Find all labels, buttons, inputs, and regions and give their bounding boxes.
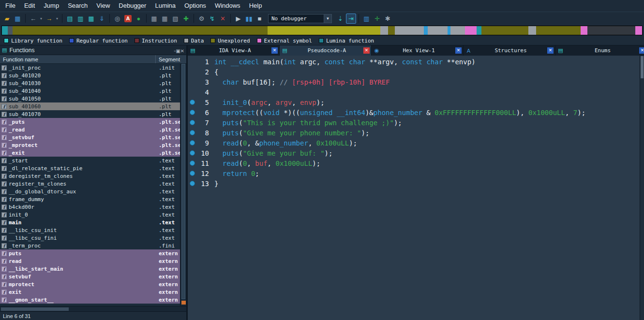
column-segment[interactable]: Segment xyxy=(156,55,186,63)
function-row[interactable]: fsub_401040.plt xyxy=(0,87,180,95)
open-names-window-icon[interactable]: ▥ xyxy=(75,14,86,24)
function-row[interactable]: fsetvbufextern xyxy=(0,273,180,280)
navband-segment[interactable] xyxy=(528,26,536,35)
code-line[interactable]: 12 return 0; xyxy=(188,168,640,178)
open-functions-window-icon[interactable]: ▤ xyxy=(65,14,75,24)
debugger-windows-icon[interactable]: ▥ xyxy=(361,14,372,24)
code-line[interactable]: 1int __cdecl main(int argc, const char *… xyxy=(188,57,640,67)
navband-segment[interactable] xyxy=(477,26,481,35)
function-row[interactable]: fframe_dummy.text xyxy=(0,195,180,203)
function-row[interactable]: f__libc_csu_fini.text xyxy=(0,234,180,242)
breakpoint-icon[interactable] xyxy=(190,140,195,145)
code-line[interactable]: 10 puts("Give me your buf: "); xyxy=(188,148,640,158)
debugger-options-icon[interactable]: ⚙ xyxy=(196,14,207,24)
tab-close-button[interactable]: ✕ xyxy=(639,47,644,54)
tab-close-button[interactable]: ✕ xyxy=(363,47,370,54)
tab-close-button[interactable]: ✕ xyxy=(271,47,278,54)
navband-segment[interactable] xyxy=(450,26,465,35)
breakpoint-icon[interactable] xyxy=(190,120,195,125)
scrollbar-thumb[interactable] xyxy=(181,64,185,299)
nav-forward-icon[interactable]: → xyxy=(44,14,54,24)
nav-back-dropdown-icon[interactable]: ▾ xyxy=(39,14,44,24)
function-row[interactable]: fmain.text xyxy=(0,218,180,226)
panel-close-button[interactable]: ✕ xyxy=(180,48,184,54)
functions-horizontal-scrollbar[interactable] xyxy=(0,306,186,311)
binary-search-icon[interactable]: ◎ xyxy=(112,14,122,24)
breakpoint-gutter[interactable] xyxy=(188,120,196,125)
breakpoint-icon[interactable] xyxy=(190,130,195,135)
code-line[interactable]: 6 mprotect((void *)((unsigned __int64)&p… xyxy=(188,107,640,117)
navband-segment[interactable] xyxy=(587,26,635,35)
tab-close-button[interactable]: ✕ xyxy=(547,47,554,54)
tab-close-button[interactable]: ✕ xyxy=(455,47,462,54)
breakpoint-gutter[interactable] xyxy=(188,181,196,186)
function-row[interactable]: fsub_401030.plt xyxy=(0,79,180,87)
function-row[interactable]: f_init_proc.init xyxy=(0,64,180,72)
breakpoint-gutter[interactable] xyxy=(188,130,196,135)
tab-hex-view-1[interactable]: ◉Hex View-1✕ xyxy=(372,45,464,56)
tab-structures[interactable]: AStructures✕ xyxy=(464,45,555,56)
code-line[interactable]: 7 puts("This is your thrid pwn challenge… xyxy=(188,117,640,128)
function-row[interactable]: fmprotectextern xyxy=(0,280,180,288)
function-row[interactable]: fsub_401060.plt xyxy=(0,102,180,110)
keybindings-icon[interactable]: ✱ xyxy=(383,14,393,24)
function-row[interactable]: fsub_401070.plt xyxy=(0,110,180,118)
menu-item-search[interactable]: Search xyxy=(63,0,92,12)
code-line[interactable]: 13} xyxy=(188,178,640,189)
function-row[interactable]: fsub_401050.plt xyxy=(0,95,180,102)
hex-view-icon[interactable]: ▦ xyxy=(149,14,159,24)
jump-to-address-icon[interactable]: ⇓ xyxy=(97,14,107,24)
start-process-icon[interactable]: ▶ xyxy=(233,14,243,24)
breakpoint-gutter[interactable] xyxy=(188,100,196,105)
add-watch-icon[interactable]: ✛ xyxy=(372,14,382,24)
function-row[interactable]: finit_0.text xyxy=(0,211,180,218)
navband-segment[interactable] xyxy=(465,26,477,35)
navigation-band-strip[interactable] xyxy=(1,26,643,35)
step-into-icon[interactable]: ⇣ xyxy=(335,14,345,24)
menu-item-windows[interactable]: Windows xyxy=(210,0,245,12)
function-row[interactable]: f_mprotect.plt.se xyxy=(0,141,180,149)
breakpoint-icon[interactable] xyxy=(190,150,195,156)
navband-segment[interactable] xyxy=(13,26,268,35)
menu-item-debugger[interactable]: Debugger xyxy=(114,0,150,12)
menu-item-view[interactable]: View xyxy=(92,0,114,12)
function-row[interactable]: fsub_401020.plt xyxy=(0,72,180,79)
open-file-icon[interactable]: ▰ xyxy=(2,14,12,24)
text-search-icon[interactable]: A xyxy=(123,14,133,24)
code-line[interactable]: 11 read(0, buf, 0x1000uLL); xyxy=(188,158,640,168)
code-line[interactable]: 2{ xyxy=(188,67,640,77)
run-to-cursor-icon[interactable]: ⇥ xyxy=(346,14,356,24)
code-line[interactable]: 9 read(0, &phone_number, 0x100uLL); xyxy=(188,138,640,148)
navband-segment[interactable] xyxy=(481,26,528,35)
add-segment-icon[interactable]: ✚ xyxy=(181,14,191,24)
function-row[interactable]: fregister_tm_clones.text xyxy=(0,180,180,188)
hex-dump-icon[interactable]: ▦ xyxy=(160,14,170,24)
function-row[interactable]: f_setvbuf.plt.se xyxy=(0,133,180,141)
function-row[interactable]: fb4ckd00r.text xyxy=(0,203,180,211)
function-row[interactable]: freadextern xyxy=(0,257,180,265)
function-row[interactable]: fputsextern xyxy=(0,249,180,257)
stop-process-icon[interactable]: ■ xyxy=(255,14,265,24)
function-row[interactable]: f__libc_start_mainextern xyxy=(0,265,180,273)
breakpoint-icon[interactable] xyxy=(190,110,195,115)
lumina-status-icon[interactable]: ● xyxy=(134,14,144,24)
navband-segment[interactable] xyxy=(268,26,381,35)
function-row[interactable]: fexitextern xyxy=(0,288,180,296)
breakpoint-icon[interactable] xyxy=(190,181,195,186)
navband-segment[interactable] xyxy=(635,26,642,35)
menu-item-lumina[interactable]: Lumina xyxy=(150,0,180,12)
code-line[interactable]: 4 xyxy=(188,87,640,97)
function-row[interactable]: f__do_global_dtors_aux.text xyxy=(0,188,180,195)
nav-forward-dropdown-icon[interactable]: ▾ xyxy=(55,14,60,24)
open-segments-window-icon[interactable]: ▦ xyxy=(86,14,96,24)
function-row[interactable]: f_term_proc.fini xyxy=(0,242,180,249)
tab-pseudocode-a[interactable]: ▤Pseudocode-A✕ xyxy=(280,45,372,56)
function-row[interactable]: f__libc_csu_init.text xyxy=(0,226,180,234)
nav-back-icon[interactable]: ← xyxy=(28,14,38,24)
navband-segment[interactable] xyxy=(8,26,13,35)
navband-segment[interactable] xyxy=(380,26,388,35)
tab-ida-view-a[interactable]: ▤IDA View-A✕ xyxy=(188,45,280,56)
patch-bytes-icon[interactable]: ▧ xyxy=(170,14,180,24)
navband-segment[interactable] xyxy=(388,26,395,35)
navband-segment[interactable] xyxy=(424,26,428,35)
